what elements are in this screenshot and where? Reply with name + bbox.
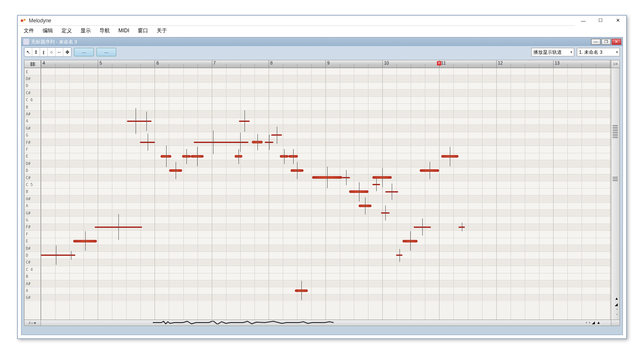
overview-waveform: [153, 321, 334, 324]
scroll-right-arrow[interactable]: ›: [589, 320, 590, 325]
menu-4[interactable]: 导航: [96, 26, 113, 35]
window-controls: — ☐ ✕: [575, 16, 626, 26]
piano-key[interactable]: F: [25, 146, 40, 152]
document-title-bar[interactable]: 无标题序列 - 未命名 3 — ❐ ✕: [22, 37, 622, 46]
bar-label: 5: [99, 61, 102, 65]
tool-button-5[interactable]: ✥: [63, 48, 71, 56]
bar-label: 6: [156, 61, 159, 65]
piano-key[interactable]: D: [25, 167, 40, 174]
scroll-down-arrow[interactable]: ˅: [616, 314, 618, 318]
piano-key[interactable]: D#: [25, 75, 40, 82]
time-signature-box[interactable]: 1/4: [611, 60, 619, 68]
ruler-corner[interactable]: [25, 60, 41, 68]
piano-key[interactable]: A#: [25, 280, 40, 287]
piano-key[interactable]: A#: [25, 195, 40, 202]
menu-5[interactable]: MIDI: [115, 27, 133, 34]
tool-button-4[interactable]: ↔: [56, 48, 63, 56]
zoom-icon[interactable]: ◢: [615, 302, 619, 307]
piano-key[interactable]: A: [25, 118, 40, 124]
piano-key[interactable]: C 5: [25, 181, 40, 188]
piano-key[interactable]: D#: [25, 245, 40, 252]
note-stem: [71, 251, 71, 260]
horizontal-scrollbar[interactable]: ‹ › ◢ ▲: [41, 320, 611, 326]
vertical-scrollbar[interactable]: ▲ ◢ ˄ ˅: [611, 68, 619, 320]
piano-key[interactable]: G: [25, 216, 40, 223]
hzoom-icon[interactable]: ▲: [597, 320, 601, 325]
menu-3[interactable]: 显示: [77, 26, 94, 35]
piano-ruler[interactable]: ED#DC#C 6BA#AG#GF#FED#DC#C 5BA#AG#GF#FED…: [25, 68, 41, 320]
note-stem: [284, 149, 285, 164]
toolbar: ↖⇕⫿○↔✥ --- --- 播放显示轨道 1. 未命名 3: [22, 46, 622, 58]
note-stem: [269, 135, 269, 150]
piano-key[interactable]: C#: [25, 259, 40, 266]
piano-key[interactable]: F#: [25, 224, 40, 230]
piano-key[interactable]: G#: [25, 209, 40, 216]
note-stem: [385, 205, 386, 220]
track-select[interactable]: 1. 未命名 3: [577, 48, 620, 56]
view-mode-box[interactable]: /—▾: [25, 320, 41, 326]
overview-indicator-2: [613, 176, 618, 182]
app-icon: [20, 18, 26, 24]
piano-key[interactable]: B: [25, 273, 40, 280]
title-bar: Melodyne — ☐ ✕: [18, 16, 626, 26]
note-stem: [422, 218, 423, 236]
menu-0[interactable]: 文件: [20, 26, 37, 35]
vertical-zoom-icons: ▲ ◢: [615, 296, 619, 307]
bar-label: 7: [214, 61, 216, 65]
note-stem: [56, 245, 56, 265]
menu-2[interactable]: 定义: [58, 26, 75, 35]
tool-button-1[interactable]: ⇕: [32, 48, 40, 56]
tool-button-3[interactable]: ○: [48, 48, 56, 56]
document-window-controls: — ❐ ✕: [591, 39, 622, 45]
doc-maximize-button[interactable]: ❐: [601, 39, 611, 45]
piano-key[interactable]: A: [25, 202, 40, 209]
bar-label: 13: [555, 61, 560, 65]
scroll-left-arrow[interactable]: ‹: [586, 320, 587, 325]
piano-key[interactable]: C 4: [25, 266, 40, 273]
piano-key[interactable]: F#: [25, 139, 40, 146]
piano-key[interactable]: D#: [25, 160, 40, 167]
position-marker[interactable]: R: [437, 61, 441, 65]
note-stem: [376, 178, 377, 191]
note-stem: [238, 149, 239, 164]
piano-key[interactable]: E: [25, 153, 40, 160]
tool-button-0[interactable]: ↖: [25, 48, 32, 56]
zoom-icon[interactable]: ▲: [615, 296, 619, 301]
piano-key[interactable]: C 6: [25, 96, 40, 103]
tempo-display-a[interactable]: ---: [74, 48, 94, 56]
time-ruler[interactable]: 45678910111213R: [41, 60, 611, 68]
scroll-up-arrow[interactable]: ˄: [616, 308, 618, 313]
piano-key[interactable]: B: [25, 188, 40, 195]
bar-label: 8: [270, 61, 273, 65]
note-area[interactable]: [41, 68, 611, 320]
piano-key[interactable]: A: [25, 287, 40, 294]
note-stem: [136, 108, 136, 134]
menu-1[interactable]: 编辑: [39, 26, 56, 35]
menu-7[interactable]: 关于: [153, 26, 170, 35]
note-stem: [365, 197, 365, 214]
tempo-display-b[interactable]: ---: [96, 48, 116, 56]
piano-key[interactable]: E: [25, 238, 40, 245]
close-button[interactable]: ✕: [609, 16, 626, 26]
piano-key[interactable]: B: [25, 103, 40, 110]
piano-key[interactable]: D: [25, 82, 40, 89]
piano-key[interactable]: G: [25, 132, 40, 139]
doc-minimize-button[interactable]: —: [591, 39, 601, 45]
piano-key[interactable]: E: [25, 68, 40, 75]
piano-key[interactable]: C#: [25, 174, 40, 181]
maximize-button[interactable]: ☐: [592, 16, 609, 26]
bottom-bar: /—▾ ‹ › ◢ ▲: [25, 320, 619, 326]
piano-key[interactable]: G#: [25, 124, 40, 131]
piano-key[interactable]: G#: [25, 294, 40, 301]
tool-button-2[interactable]: ⫿: [40, 48, 48, 56]
piano-key[interactable]: D: [25, 252, 40, 258]
doc-close-button[interactable]: ✕: [612, 39, 621, 45]
playback-track-select[interactable]: 播放显示轨道: [531, 48, 574, 56]
piano-key[interactable]: C#: [25, 89, 40, 96]
bar-label: 10: [384, 61, 389, 65]
hzoom-icon[interactable]: ◢: [592, 320, 595, 325]
piano-key[interactable]: A#: [25, 110, 40, 117]
piano-key[interactable]: F: [25, 230, 40, 237]
menu-6[interactable]: 窗口: [134, 26, 152, 35]
minimize-button[interactable]: —: [575, 16, 592, 26]
